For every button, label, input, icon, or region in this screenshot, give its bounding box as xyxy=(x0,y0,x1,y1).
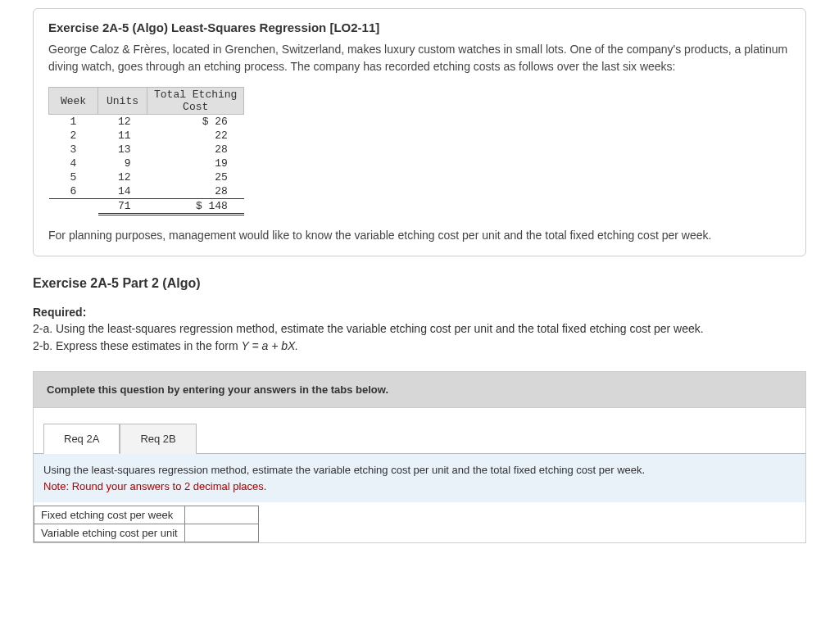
label-fixed: Fixed etching cost per week xyxy=(34,506,185,524)
table-row: 4919 xyxy=(49,156,244,170)
required-label: Required: xyxy=(33,306,806,319)
table-row: 21122 xyxy=(49,129,244,143)
exercise-description: George Caloz & Frères, located in Grench… xyxy=(48,41,791,75)
answer-row-fixed: Fixed etching cost per week xyxy=(34,506,259,524)
answer-area: Complete this question by entering your … xyxy=(33,371,806,543)
data-table: Week Units Total EtchingCost 112$ 26 211… xyxy=(48,87,244,215)
exercise-closing: For planning purposes, management would … xyxy=(48,227,791,244)
table-row: 112$ 26 xyxy=(49,115,244,129)
exercise-box: Exercise 2A-5 (Algo) Least-Squares Regre… xyxy=(33,8,806,256)
table-row: 51225 xyxy=(49,170,244,184)
tab-req-2a[interactable]: Req 2A xyxy=(43,424,120,454)
table-row: 61428 xyxy=(49,184,244,199)
part2-title: Exercise 2A-5 Part 2 (Algo) xyxy=(33,276,806,291)
exercise-title: Exercise 2A-5 (Algo) Least-Squares Regre… xyxy=(48,20,791,34)
answer-table: Fixed etching cost per week Variable etc… xyxy=(34,506,259,542)
answer-row-variable: Variable etching cost per unit xyxy=(34,524,259,542)
col-units: Units xyxy=(98,88,147,115)
col-week: Week xyxy=(49,88,98,115)
tab-content: Using the least-squares regression metho… xyxy=(34,453,805,502)
input-variable-cost[interactable] xyxy=(184,524,258,542)
col-cost: Total EtchingCost xyxy=(147,88,244,115)
required-list: 2-a. Using the least-squares regression … xyxy=(33,320,806,355)
rounding-note: Note: Round your answers to 2 decimal pl… xyxy=(43,478,796,495)
formula: Y = a + bX. xyxy=(241,339,298,352)
label-variable: Variable etching cost per unit xyxy=(34,524,185,542)
tab-prompt: Using the least-squares regression metho… xyxy=(43,462,796,478)
tabs-row: Req 2A Req 2B xyxy=(34,408,805,453)
table-row: 31328 xyxy=(49,143,244,156)
req-2b: 2-b. Express these estimates in the form… xyxy=(33,338,806,355)
input-fixed-cost[interactable] xyxy=(184,506,258,524)
data-rows: 112$ 26 21122 31328 4919 51225 61428 71$… xyxy=(49,115,244,215)
totals-row: 71$ 148 xyxy=(49,199,244,215)
instruction-bar: Complete this question by entering your … xyxy=(34,372,805,408)
req-2a: 2-a. Using the least-squares regression … xyxy=(33,320,806,338)
tab-req-2b[interactable]: Req 2B xyxy=(120,424,196,454)
